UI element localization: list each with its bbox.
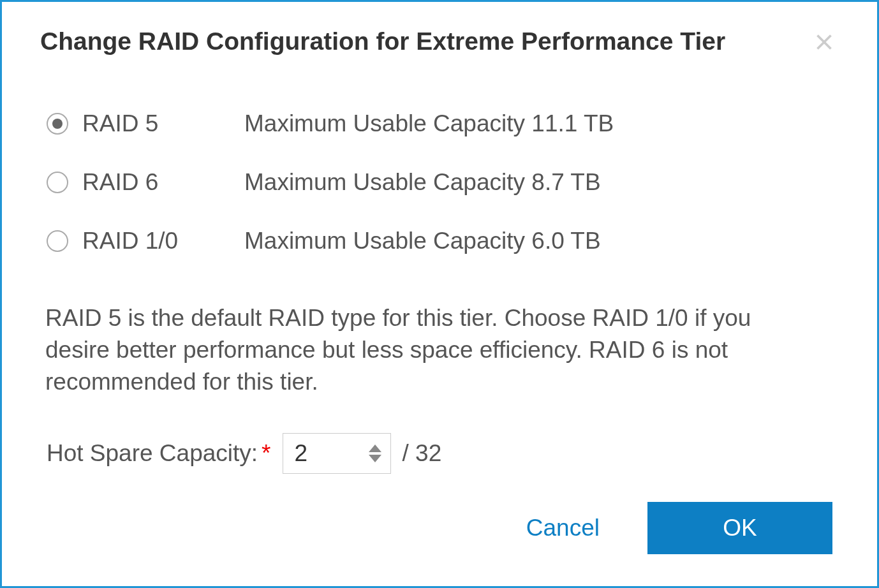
dialog-header: Change RAID Configuration for Extreme Pe… xyxy=(40,27,839,59)
raid-option-raid10[interactable]: RAID 1/0 Maximum Usable Capacity 6.0 TB xyxy=(47,228,839,254)
dialog-title: Change RAID Configuration for Extreme Pe… xyxy=(40,27,725,55)
capacity-label: Maximum Usable Capacity 11.1 TB xyxy=(244,110,614,137)
radio-icon[interactable] xyxy=(47,113,68,135)
close-icon[interactable] xyxy=(809,27,839,59)
cancel-button[interactable]: Cancel xyxy=(513,508,612,548)
hot-spare-row: Hot Spare Capacity: * 2 / 32 xyxy=(40,433,839,474)
radio-label: RAID 5 xyxy=(82,110,158,137)
hot-spare-value[interactable]: 2 xyxy=(283,440,369,467)
chevron-down-icon[interactable] xyxy=(369,455,381,462)
capacity-label: Maximum Usable Capacity 8.7 TB xyxy=(244,169,601,196)
radio-label: RAID 6 xyxy=(82,169,158,196)
raid-config-dialog: Change RAID Configuration for Extreme Pe… xyxy=(0,0,879,588)
hot-spare-max: / 32 xyxy=(403,440,442,467)
radio-label: RAID 1/0 xyxy=(82,228,178,254)
radio-icon[interactable] xyxy=(47,172,68,193)
hot-spare-stepper[interactable]: 2 xyxy=(283,433,391,474)
raid-option-raid5[interactable]: RAID 5 Maximum Usable Capacity 11.1 TB xyxy=(47,110,839,137)
required-indicator: * xyxy=(262,440,270,467)
chevron-up-icon[interactable] xyxy=(369,445,381,452)
raid-description: RAID 5 is the default RAID type for this… xyxy=(40,302,839,398)
dialog-footer: Cancel OK xyxy=(40,502,839,554)
ok-button[interactable]: OK xyxy=(647,502,832,554)
radio-icon[interactable] xyxy=(47,230,68,252)
raid-options-group: RAID 5 Maximum Usable Capacity 11.1 TB R… xyxy=(40,110,839,254)
capacity-label: Maximum Usable Capacity 6.0 TB xyxy=(244,228,601,254)
hot-spare-label: Hot Spare Capacity: xyxy=(47,440,258,467)
raid-option-raid6[interactable]: RAID 6 Maximum Usable Capacity 8.7 TB xyxy=(47,169,839,196)
